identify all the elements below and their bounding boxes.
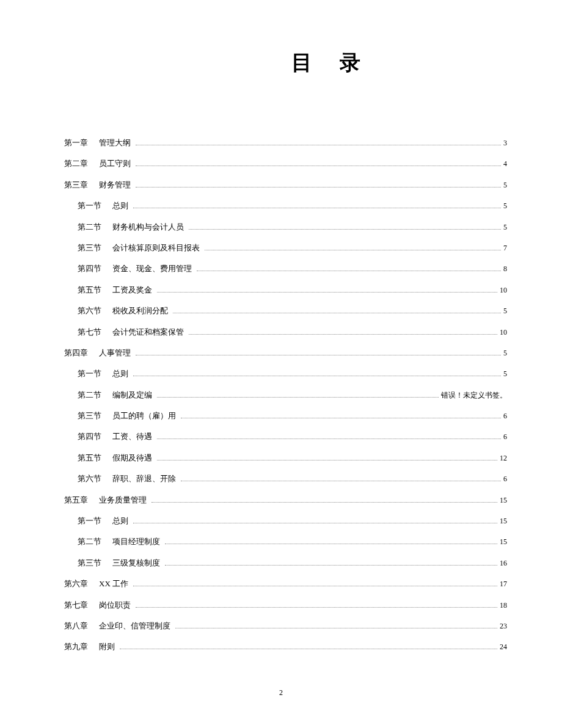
toc-entry-page: 3: [503, 139, 507, 148]
toc-entry: 第五节假期及待遇12: [64, 453, 507, 464]
toc-entry: 第五章业务质量管理15: [64, 495, 507, 506]
toc-entry-page: 16: [500, 559, 507, 569]
toc-entry-page: 18: [500, 601, 507, 611]
toc-entry: 第四节 工资、待遇6: [64, 432, 507, 442]
toc-leader: [157, 397, 439, 398]
toc-entry-title: 人事管理: [99, 348, 131, 359]
toc-entry-label: 第一节: [78, 369, 101, 379]
toc-entry-label: 第六章: [64, 579, 88, 589]
toc-leader: [136, 607, 497, 608]
toc-entry-page: 23: [500, 622, 507, 632]
toc-entry: 第三节会计核算原则及科目报表7: [64, 243, 507, 253]
toc-entry-label: 第二节: [78, 222, 101, 233]
toc-entry-page: 5: [503, 181, 507, 191]
toc-entry: 第二节编制及定编错误！未定义书签。: [64, 390, 507, 401]
toc-entry-label: 第五节: [78, 453, 101, 464]
toc-leader: [120, 649, 497, 649]
toc-entry-title: 员工守则: [99, 159, 131, 169]
toc-leader: [133, 586, 497, 586]
toc-entry: 第七节会计凭证和档案保管10: [64, 327, 507, 338]
toc-entry: 第九章 附则24: [64, 642, 507, 652]
toc-entry-label: 第六节: [78, 306, 101, 316]
toc-entry: 第六节税收及利润分配5: [64, 306, 507, 316]
toc-entry-page: 24: [500, 642, 507, 652]
toc-entry-label: 第二章: [64, 159, 88, 169]
toc-entry-title: 三级复核制度: [112, 558, 160, 569]
toc-leader: [157, 439, 501, 439]
toc-entry: 第六节辞职、辞退、开除6: [64, 474, 507, 484]
toc-leader: [189, 334, 497, 335]
toc-entry: 第三节员工的聘（雇）用6: [64, 411, 507, 421]
toc-leader: [136, 166, 501, 166]
toc-entry: 第三节 三级复核制度16: [64, 558, 507, 569]
toc-entry-page: 12: [500, 454, 507, 464]
toc-entry-label: 第二节: [78, 390, 101, 401]
toc-entry-title: 辞职、辞退、开除: [112, 474, 176, 484]
toc-entry-title: 附则: [99, 642, 115, 652]
toc-entry: 第八章企业印、信管理制度23: [64, 621, 507, 632]
toc-entry-title: 员工的聘（雇）用: [112, 411, 176, 421]
toc-entry: 第二章员工守则4: [64, 159, 507, 169]
toc-entry-label: 第四节: [78, 264, 101, 274]
toc-leader: [136, 355, 501, 355]
toc-entry-label: 第八章: [64, 621, 88, 632]
toc-entry-title: 总则: [112, 201, 128, 211]
toc-entry-label: 第四章: [64, 348, 88, 359]
toc-entry-title: 项目经理制度: [112, 537, 160, 547]
toc-entry: 第六章XX 工作17: [64, 579, 507, 589]
toc-entry-label: 第一章: [64, 138, 88, 148]
toc-entry-page: 错误！未定义书签。: [441, 391, 507, 401]
toc-entry-page: 5: [503, 369, 507, 379]
page-number: 2: [0, 688, 562, 697]
toc-entry-label: 第三节: [78, 558, 101, 569]
toc-entry-title: 会计核算原则及科目报表: [112, 243, 200, 253]
toc-entry-title: 资金、现金、费用管理: [112, 264, 192, 274]
toc-entry-title: 工资及奖金: [112, 285, 152, 296]
toc-entry-title: 岗位职责: [99, 600, 131, 611]
table-of-contents: 第一章管理大纲3第二章员工守则4第三章财务管理5第一节总则5第二节财务机构与会计…: [64, 138, 507, 652]
toc-leader: [173, 313, 501, 313]
toc-entry-title: 财务机构与会计人员: [112, 222, 184, 233]
toc-leader: [165, 544, 497, 544]
toc-entry-page: 6: [503, 432, 507, 442]
toc-entry-label: 第三节: [78, 243, 101, 253]
toc-entry-label: 第三章: [64, 180, 88, 191]
toc-entry: 第五节工资及奖金10: [64, 285, 507, 296]
toc-entry: 第二节 项目经理制度15: [64, 537, 507, 547]
toc-entry-title: 总则: [112, 516, 128, 526]
toc-leader: [133, 208, 501, 208]
toc-entry: 第二节财务机构与会计人员5: [64, 222, 507, 233]
toc-entry-title: 财务管理: [99, 180, 131, 191]
toc-entry-label: 第五节: [78, 285, 101, 296]
toc-entry-page: 5: [503, 223, 507, 233]
toc-entry-page: 6: [503, 475, 507, 484]
toc-entry: 第三章财务管理5: [64, 180, 507, 191]
toc-leader: [151, 502, 497, 503]
toc-entry-page: 4: [503, 159, 507, 169]
toc-entry-page: 10: [500, 286, 507, 296]
toc-entry-title: 编制及定编: [112, 390, 152, 401]
toc-entry-title: 假期及待遇: [112, 453, 152, 464]
toc-leader: [165, 565, 497, 566]
toc-entry: 第四章人事管理5: [64, 348, 507, 359]
toc-entry-page: 7: [503, 244, 507, 253]
toc-leader: [157, 460, 497, 460]
toc-entry-label: 第一节: [78, 201, 101, 211]
toc-entry-page: 10: [500, 328, 507, 338]
toc-entry: 第一章管理大纲3: [64, 138, 507, 148]
toc-entry-title: XX 工作: [99, 579, 128, 589]
toc-leader: [181, 418, 501, 418]
toc-leader: [133, 523, 497, 523]
toc-leader: [181, 481, 501, 481]
toc-entry-title: 管理大纲: [99, 138, 131, 148]
toc-entry-page: 15: [500, 537, 507, 547]
toc-entry: 第一节总则5: [64, 201, 507, 211]
toc-entry-label: 第一节: [78, 516, 101, 526]
toc-entry-label: 第七章: [64, 600, 88, 611]
toc-entry-title: 企业印、信管理制度: [99, 621, 170, 632]
toc-entry-page: 6: [503, 412, 507, 421]
toc-entry-label: 第九章: [64, 642, 88, 652]
toc-leader: [189, 229, 501, 230]
toc-leader: [205, 250, 501, 250]
toc-entry-page: 5: [503, 202, 507, 211]
